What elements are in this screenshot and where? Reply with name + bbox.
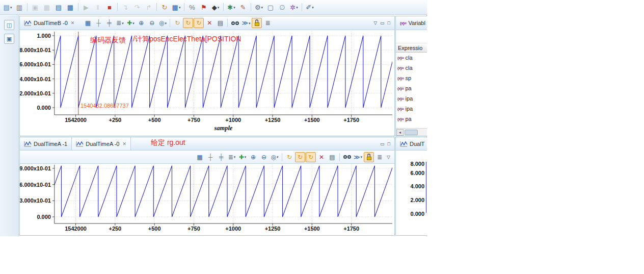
maximize-icon[interactable]: □: [388, 20, 390, 26]
close-icon[interactable]: ✕: [122, 141, 126, 146]
console-view-button[interactable]: ▦: [65, 2, 76, 13]
zoom-out-button[interactable]: ⊖: [259, 152, 269, 162]
clear-graph-button[interactable]: ✕: [204, 18, 214, 28]
column-header-expression[interactable]: Expressio: [396, 43, 427, 53]
value-marker-button[interactable]: ╪: [216, 152, 226, 162]
export-graph-button[interactable]: ▤: [215, 18, 225, 28]
scroll-left-icon[interactable]: ◄: [396, 129, 404, 136]
minimize-icon[interactable]: ▭: [380, 20, 385, 26]
memory-browser-button[interactable]: ▦▾: [171, 2, 182, 13]
zoom-out-button[interactable]: ⊖: [147, 18, 157, 28]
legend-button[interactable]: ≣: [262, 18, 273, 28]
time-marker-button[interactable]: ┼: [93, 18, 103, 28]
variable-icon: (x)=: [397, 56, 404, 60]
variable-row[interactable]: (x)=pa: [396, 114, 427, 124]
show-data-button[interactable]: ▦: [195, 152, 205, 162]
graph-properties-button[interactable]: ≣▾: [115, 18, 125, 28]
resume-button[interactable]: ▶: [81, 2, 92, 13]
scrollbar-thumb[interactable]: [405, 130, 418, 135]
variable-row[interactable]: (x)=ipa: [396, 93, 427, 104]
print-button[interactable]: ▤: [53, 2, 64, 13]
profile-button[interactable]: %: [186, 2, 198, 13]
tab-label: DualTimeA -1: [34, 141, 67, 147]
freeze-button[interactable]: [364, 152, 374, 162]
show-data-button[interactable]: ▦: [83, 18, 93, 28]
refresh-graph-button[interactable]: ↻: [172, 18, 182, 28]
add-trace-button[interactable]: ✚▾: [237, 152, 248, 162]
view-menu-icon[interactable]: ▽: [387, 155, 390, 160]
close-icon[interactable]: ✕: [71, 20, 75, 26]
mini-y-label: 4.000: [410, 183, 424, 189]
add-trace-button[interactable]: ✚▾: [125, 18, 136, 28]
variable-label: ipa: [405, 106, 413, 112]
variable-icon: (x)=: [397, 66, 404, 70]
fast-view-button[interactable]: ▣: [4, 34, 14, 44]
open-console-button[interactable]: ▥: [14, 2, 25, 13]
minimize-icon[interactable]: ▭: [380, 141, 385, 146]
save-all-button[interactable]: ▦: [41, 2, 52, 13]
dualtimea-graph-toolbar: ▦┼╪≣▾✚▾⊕⊖◎▾↻↻↻✕▤≫▾≣: [195, 152, 385, 162]
tab-variables[interactable]: (x)= Variabl: [396, 16, 427, 30]
terminate-button[interactable]: ■: [104, 2, 115, 13]
auto-scale-button[interactable]: ↻: [194, 18, 204, 28]
variable-row[interactable]: (x)=cla: [396, 53, 427, 63]
legend-button[interactable]: ≣: [374, 152, 385, 162]
find-button[interactable]: [342, 152, 352, 162]
dualtimea-chart-canvas[interactable]: 1542000+250+500+750+1000+1250+1500+17509…: [20, 164, 394, 235]
continuous-refresh-button[interactable]: ↻: [183, 18, 193, 28]
variable-row[interactable]: (x)=sp: [396, 73, 427, 83]
svg-text:+500: +500: [148, 117, 161, 123]
highlight-button[interactable]: ✱▾: [226, 2, 237, 13]
track-button[interactable]: ≫▾: [353, 152, 363, 162]
dualtimeb-chart-canvas[interactable]: 1542000+250+500+750+1000+1250+1500+17501…: [20, 30, 394, 136]
track-button[interactable]: ≫▾: [240, 18, 251, 28]
step-into-button[interactable]: ↴: [120, 2, 131, 13]
svg-text:+1500: +1500: [304, 117, 320, 123]
view-menu-icon[interactable]: ▽: [373, 20, 377, 26]
zoom-fit-button[interactable]: ◎▾: [270, 152, 280, 162]
freeze-button[interactable]: [252, 18, 262, 28]
pin-button[interactable]: ✎: [237, 2, 249, 13]
continuous-refresh-button[interactable]: ↻: [295, 152, 305, 162]
refresh-button[interactable]: ↻: [159, 2, 170, 13]
zoom-fit-button[interactable]: ◎▾: [157, 18, 168, 28]
zoom-in-button[interactable]: ⊕: [248, 152, 258, 162]
variable-row[interactable]: (x)=pa: [396, 83, 427, 93]
clear-button[interactable]: ∅: [277, 2, 288, 13]
export-graph-button[interactable]: ▤: [327, 152, 337, 162]
step-return-button[interactable]: ↱: [143, 2, 154, 13]
svg-text:3.000x10-01: 3.000x10-01: [20, 197, 51, 204]
dualtimeb-chart-area: 1542000+250+500+750+1000+1250+1500+17501…: [20, 30, 394, 136]
new-window-button[interactable]: ▢: [265, 2, 276, 13]
dualt-mini-body[interactable]: 8.0006.0004.0002.0000.000: [396, 151, 427, 235]
horizontal-scrollbar[interactable]: ◄: [396, 128, 427, 136]
tab-dualtimea-1[interactable]: DualTimeA -1: [20, 137, 71, 150]
variables-panel: (x)= Variabl Expressio (x)=cla(x)=cla(x)…: [395, 16, 427, 136]
restore-view-button[interactable]: ◫: [4, 20, 14, 30]
step-over-button[interactable]: ↷: [131, 2, 143, 13]
tab-dualtimea-0[interactable]: DualTimeA -0 ✕: [71, 137, 131, 150]
variable-row[interactable]: (x)=ipa: [396, 104, 427, 114]
tab-dualt[interactable]: DualT: [396, 137, 427, 150]
maximize-icon[interactable]: □: [388, 141, 390, 146]
tab-label: DualTimeA -0: [86, 141, 119, 147]
auto-scale-button[interactable]: ↻: [306, 152, 316, 162]
graph-properties-button[interactable]: ≣▾: [227, 152, 237, 162]
suspend-button[interactable]: ‖: [92, 2, 103, 13]
save-button[interactable]: ▣: [30, 2, 41, 13]
tab-dualtimeb-0[interactable]: DualTimeB -0 ✕: [20, 16, 78, 30]
clear-graph-button[interactable]: ✕: [316, 152, 327, 162]
build-button[interactable]: ⚙▾: [253, 2, 264, 13]
value-marker-button[interactable]: ╪: [104, 18, 114, 28]
new-button[interactable]: ▤▾: [2, 2, 13, 13]
annotate-button[interactable]: ✐▾: [304, 2, 315, 13]
zoom-in-button[interactable]: ⊕: [136, 18, 146, 28]
variable-row[interactable]: (x)=cla: [396, 63, 427, 73]
target-config-button[interactable]: ◆▾: [210, 2, 221, 13]
find-button[interactable]: [230, 18, 240, 28]
snippet-button[interactable]: ✲▾: [288, 2, 300, 13]
time-marker-button[interactable]: ┼: [205, 152, 216, 162]
flag-breakpoint-button[interactable]: ⚑: [198, 2, 209, 13]
refresh-graph-button[interactable]: ↻: [284, 152, 294, 162]
toolbar-separator: [339, 153, 340, 161]
